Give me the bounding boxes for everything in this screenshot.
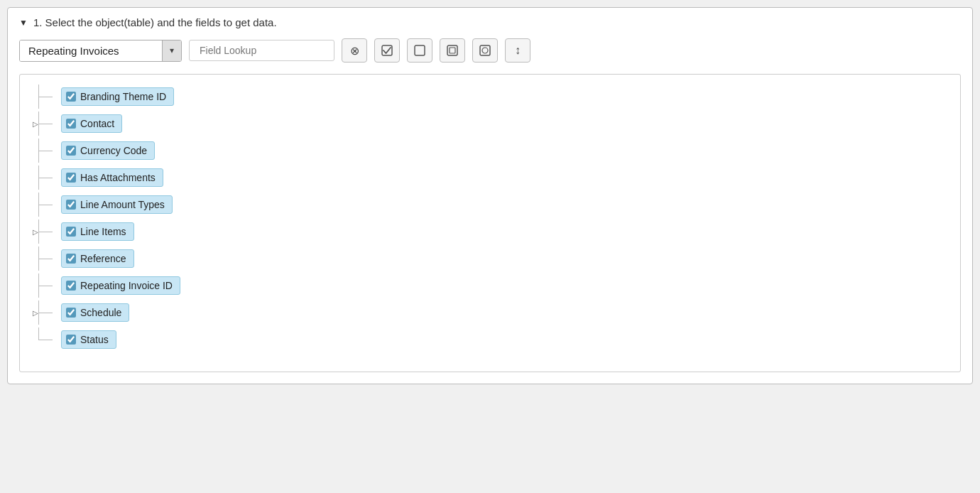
section-header[interactable]: ▼ 1. Select the object(table) and the fi…	[19, 16, 961, 28]
object-select-dropdown[interactable]: ▾	[162, 40, 181, 61]
tree-item: Has Attachments	[27, 166, 953, 190]
field-checkbox-line-items[interactable]	[66, 227, 76, 237]
field-label-status: Status	[80, 334, 109, 345]
select-circle-button[interactable]	[472, 38, 498, 63]
field-label-line-amount-types: Line Amount Types	[80, 199, 165, 210]
field-checkbox-label-contact[interactable]: Contact	[61, 114, 122, 133]
svg-rect-4	[480, 45, 490, 55]
tree-line-horizontal	[38, 340, 53, 340]
tree-line-horizontal	[38, 124, 53, 124]
field-lookup-input[interactable]	[189, 40, 334, 61]
toggle-arrow[interactable]: ▼	[19, 18, 28, 28]
section-title: 1. Select the object(table) and the fiel…	[33, 16, 277, 28]
field-checkbox-label-line-items[interactable]: Line Items	[61, 222, 134, 241]
field-checkbox-schedule[interactable]	[66, 308, 76, 318]
expand-arrow-icon[interactable]: ▷	[33, 309, 38, 317]
field-checkbox-label-repeating-invoice-id[interactable]: Repeating Invoice ID	[61, 276, 180, 295]
expand-arrow-icon[interactable]: ▷	[33, 120, 38, 128]
tree-connector: ▷	[27, 300, 61, 325]
tree-connector	[27, 193, 61, 217]
field-checkbox-branding-theme-id[interactable]	[66, 92, 76, 102]
field-checkbox-label-reference[interactable]: Reference	[61, 249, 134, 268]
svg-rect-1	[415, 45, 425, 55]
field-checkbox-line-amount-types[interactable]	[66, 200, 76, 210]
tree-item: Reference	[27, 246, 953, 271]
field-checkbox-label-line-amount-types[interactable]: Line Amount Types	[61, 195, 173, 214]
tree-connector	[27, 139, 61, 163]
svg-rect-2	[447, 45, 457, 55]
tree-connector	[27, 166, 61, 190]
tree-line-horizontal	[38, 205, 53, 205]
tree-item: Currency Code	[27, 139, 953, 163]
deselect-all-button[interactable]: ⊗	[342, 38, 367, 63]
tree-line-horizontal	[38, 178, 53, 178]
tree-line-horizontal	[38, 313, 53, 313]
tree-item: Line Amount Types	[27, 193, 953, 217]
select-checked-button[interactable]	[374, 38, 400, 63]
tree-connector	[27, 273, 61, 298]
field-label-line-items: Line Items	[80, 226, 126, 237]
tree-item: ▷Contact	[27, 112, 953, 136]
tree-connector: ▷	[27, 220, 61, 244]
field-checkbox-label-currency-code[interactable]: Currency Code	[61, 141, 155, 160]
tree-line-horizontal	[38, 286, 53, 286]
field-label-has-attachments: Has Attachments	[80, 172, 156, 183]
select-square-button[interactable]	[407, 38, 432, 63]
field-label-currency-code: Currency Code	[80, 145, 147, 156]
field-label-repeating-invoice-id: Repeating Invoice ID	[80, 280, 173, 291]
tree-item: ▷Schedule	[27, 300, 953, 325]
tree-connector	[27, 246, 61, 271]
tree-line-horizontal	[38, 259, 53, 259]
field-checkbox-label-has-attachments[interactable]: Has Attachments	[61, 168, 163, 187]
field-checkbox-currency-code[interactable]	[66, 146, 76, 156]
tree-line-horizontal	[38, 232, 53, 232]
tree-connector	[27, 327, 61, 352]
tree-connector	[27, 85, 61, 109]
tree-line-horizontal	[38, 151, 53, 151]
field-label-contact: Contact	[80, 118, 114, 129]
toolbar-row: Repeating Invoices ▾ ⊗	[19, 38, 961, 63]
field-checkbox-repeating-invoice-id[interactable]	[66, 281, 76, 291]
field-checkbox-contact[interactable]	[66, 119, 76, 129]
field-checkbox-reference[interactable]	[66, 254, 76, 264]
tree-item: Repeating Invoice ID	[27, 273, 953, 298]
tree-item: Status	[27, 327, 953, 352]
expand-arrow-icon[interactable]: ▷	[33, 228, 38, 236]
tree-panel: Branding Theme ID▷ContactCurrency CodeHa…	[19, 74, 961, 372]
tree-line-vertical	[38, 327, 39, 340]
svg-point-5	[482, 48, 488, 53]
object-select-wrapper: Repeating Invoices ▾	[19, 40, 182, 62]
tree-item: ▷Line Items	[27, 220, 953, 244]
field-checkbox-has-attachments[interactable]	[66, 173, 76, 183]
object-select-label: Repeating Invoices	[20, 40, 162, 61]
field-checkbox-label-branding-theme-id[interactable]: Branding Theme ID	[61, 87, 174, 106]
svg-rect-3	[450, 48, 455, 53]
select-inset-button[interactable]	[440, 38, 465, 63]
tree-item: Branding Theme ID	[27, 85, 953, 109]
field-checkbox-label-status[interactable]: Status	[61, 330, 116, 349]
field-label-reference: Reference	[80, 253, 126, 264]
tree-line-horizontal	[38, 97, 53, 97]
field-checkbox-label-schedule[interactable]: Schedule	[61, 303, 129, 322]
field-label-schedule: Schedule	[80, 307, 121, 318]
outer-panel: ▼ 1. Select the object(table) and the fi…	[7, 7, 973, 384]
field-checkbox-status[interactable]	[66, 335, 76, 345]
field-label-branding-theme-id: Branding Theme ID	[80, 91, 166, 102]
sort-button[interactable]: ↕	[505, 38, 530, 63]
tree-connector: ▷	[27, 112, 61, 136]
